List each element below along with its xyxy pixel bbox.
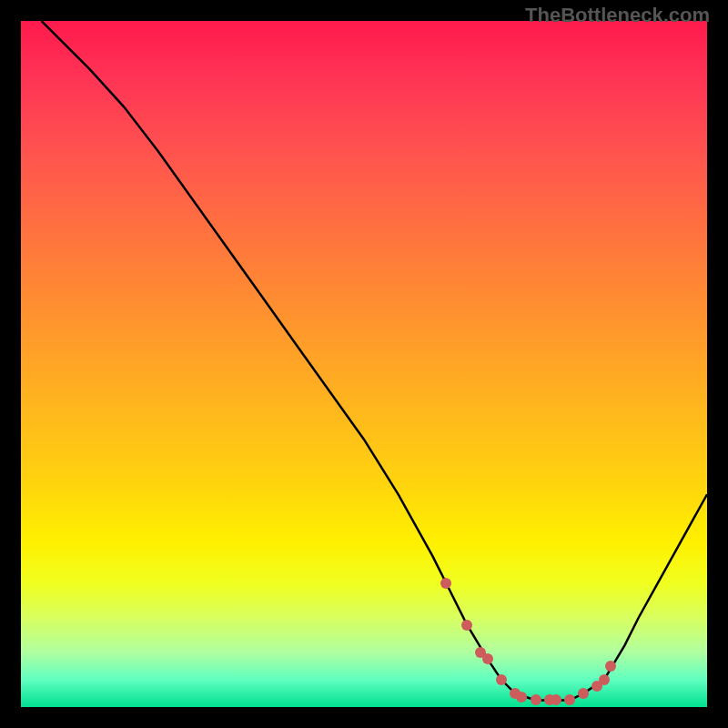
- chart-curve: [21, 21, 707, 707]
- watermark-text: TheBottleneck.com: [525, 4, 710, 27]
- chart-plot-area: [21, 21, 707, 707]
